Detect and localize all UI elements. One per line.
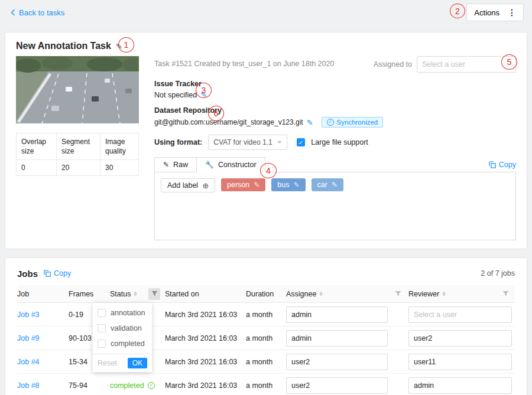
task-detail-card: New Annotation Task ✎ (5, 32, 527, 249)
job-link[interactable]: Job #3 (17, 311, 40, 319)
label-chip-person-name: person (227, 181, 249, 189)
filter-reset-button[interactable]: Reset (98, 359, 117, 367)
task-title-row: New Annotation Task ✎ (16, 41, 516, 51)
job-duration: a month (246, 334, 286, 342)
filter-option-label: annotation (111, 309, 145, 317)
job-assignee-input[interactable] (286, 354, 388, 370)
format-select[interactable]: CVAT for video 1.1 (208, 135, 287, 150)
edit-repository-icon[interactable]: ✎ (307, 118, 313, 127)
jobs-card: Jobs Copy 2 of 7 jobs Job Frames Status … (5, 257, 527, 395)
job-started: March 3rd 2021 16:03 (165, 311, 246, 319)
back-label: Back to tasks (19, 8, 64, 17)
param-header-overlap: Overlap size (17, 133, 57, 160)
format-label: Using format: (154, 138, 202, 146)
labels-copy-button[interactable]: Copy (489, 161, 516, 172)
col-job: Job (17, 290, 69, 298)
back-to-tasks-link[interactable]: Back to tasks (11, 8, 64, 17)
large-file-checkbox[interactable]: ✓ (297, 138, 305, 146)
job-reviewer-input[interactable] (408, 330, 512, 347)
job-assignee-input[interactable] (286, 377, 388, 394)
task-params-table: Overlap size Segment size Image quality … (16, 133, 139, 176)
tab-constructor-label: Constructor (218, 161, 257, 169)
job-reviewer-input[interactable] (408, 306, 512, 323)
reviewer-sort-button[interactable] (442, 292, 446, 296)
job-link[interactable]: Job #4 (17, 358, 40, 366)
constructor-tab-content: Add label ⊕ person ✎ bus ✎ car ✎ (154, 172, 516, 240)
assignee-sort-button[interactable] (319, 292, 323, 296)
job-duration: a month (246, 381, 286, 390)
job-row-2: Job #9 90-103 March 3rd 2021 16:03 a mon… (17, 327, 515, 350)
actions-button[interactable]: Actions ⋮ (466, 4, 524, 21)
jobs-header: Jobs Copy 2 of 7 jobs (17, 265, 515, 282)
edit-label-icon[interactable]: ✎ (332, 181, 338, 189)
plus-circle-icon: ⊕ (202, 182, 209, 190)
col-started: Started on (165, 290, 246, 298)
param-value-quality: 30 (100, 160, 138, 176)
chevron-down-icon (277, 141, 282, 146)
job-started: March 3rd 2021 16:03 (165, 334, 246, 342)
assignee-filter-icon[interactable] (392, 288, 404, 300)
tab-raw[interactable]: ✎ Raw (154, 157, 197, 172)
job-duration: a month (246, 358, 286, 366)
tool-icon: 🔧 (205, 161, 214, 169)
sync-status-label: Synchronized (337, 119, 378, 126)
completed-checkbox[interactable] (98, 339, 106, 348)
edit-label-icon[interactable]: ✎ (293, 181, 299, 189)
task-title: New Annotation Task (16, 41, 111, 51)
status-filter-dropdown: annotation validation completed Reset OK (93, 303, 152, 372)
annotation-circle-4: 4 (260, 163, 277, 178)
job-reviewer-input[interactable] (408, 354, 512, 370)
status-sort-button[interactable] (134, 292, 137, 296)
edit-label-icon[interactable]: ✎ (254, 181, 259, 189)
job-assignee-input[interactable] (286, 306, 388, 323)
filter-ok-button[interactable]: OK (128, 358, 147, 368)
label-chip-person[interactable]: person ✎ (221, 178, 265, 191)
annotation-circle-6: 6 (208, 106, 224, 121)
annotation-checkbox[interactable] (98, 309, 106, 317)
large-file-label: Large file support (311, 138, 368, 146)
pencil-icon: ✎ (163, 161, 169, 169)
param-value-segment: 20 (56, 160, 100, 176)
labels-copy-label: Copy (499, 161, 516, 169)
col-reviewer: Reviewer (408, 288, 516, 300)
label-chip-car[interactable]: car ✎ (312, 178, 343, 191)
jobs-table-header: Job Frames Status Started on Duration As… (17, 285, 515, 303)
cvat-task-page: { "page": { "back_label": "Back to tasks… (0, 0, 532, 395)
filter-option-completed[interactable]: completed (93, 336, 152, 351)
annotation-circle-5: 5 (501, 54, 517, 70)
jobs-count: 2 of 7 jobs (481, 269, 515, 278)
tab-constructor[interactable]: 🔧 Constructor (197, 157, 265, 172)
filter-option-annotation[interactable]: annotation (93, 305, 152, 321)
sync-status-badge: ✓ Synchronized (322, 117, 384, 128)
filter-option-label: validation (111, 324, 142, 332)
params-header-row: Overlap size Segment size Image quality (17, 133, 139, 160)
job-row-3: Job #4 15-34 March 3rd 2021 16:03 a mont… (17, 350, 515, 374)
jobs-copy-button[interactable]: Copy (44, 269, 71, 278)
add-label-button[interactable]: Add label ⊕ (161, 178, 215, 192)
job-started: March 3rd 2021 16:03 (165, 381, 246, 390)
col-status: Status (110, 288, 165, 300)
issue-tracker-value: Not specified (154, 91, 197, 99)
annotation-circle-3: 3 (196, 83, 212, 98)
annotation-circle-1: 1 (118, 37, 134, 53)
jobs-title: Jobs (17, 269, 38, 279)
job-link[interactable]: Job #9 (17, 334, 40, 342)
job-started: March 3rd 2021 16:03 (165, 358, 246, 366)
jobs-copy-label: Copy (54, 269, 71, 278)
task-preview-image (16, 56, 139, 123)
copy-icon (44, 270, 51, 277)
job-reviewer-input[interactable] (408, 377, 512, 394)
job-assignee-input[interactable] (286, 330, 388, 347)
label-chip-bus[interactable]: bus ✎ (271, 178, 305, 191)
dataset-repository-url: git@github.com:username/git_storage_v123… (154, 118, 303, 126)
filter-option-validation[interactable]: validation (93, 321, 152, 336)
param-header-segment: Segment size (56, 133, 100, 160)
format-row: Using format: CVAT for video 1.1 ✓ Large… (154, 135, 516, 150)
add-label-text: Add label (167, 181, 198, 190)
status-filter-icon[interactable] (148, 288, 160, 300)
job-link[interactable]: Job #8 (17, 381, 40, 390)
reviewer-filter-icon[interactable] (499, 288, 511, 300)
task-left-column: Overlap size Segment size Image quality … (16, 56, 139, 240)
validation-checkbox[interactable] (98, 324, 106, 332)
param-value-overlap: 0 (17, 160, 57, 176)
